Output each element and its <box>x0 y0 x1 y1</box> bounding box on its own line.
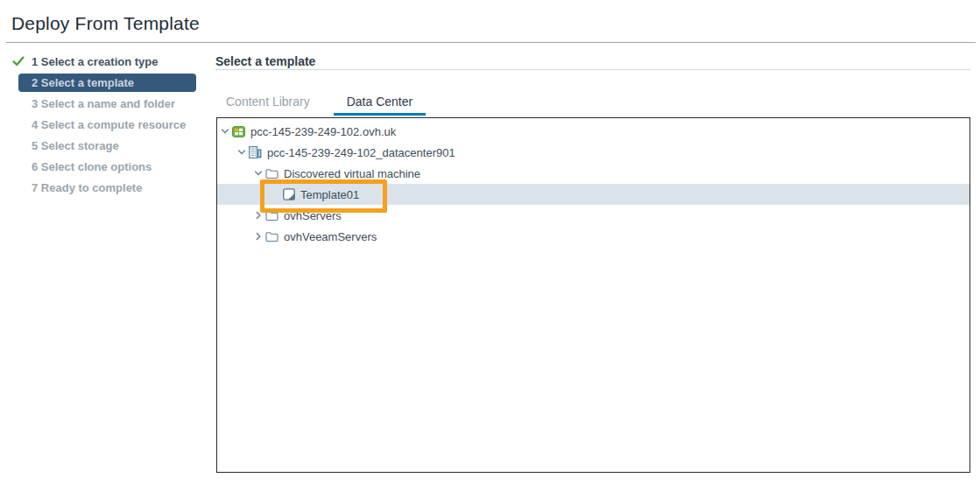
inventory-tree-panel: pcc-145-239-249-102.ovh.ukpcc-145-239-24… <box>216 117 970 473</box>
deploy-from-template-wizard: Deploy From Template 1 Select a creation… <box>0 0 980 499</box>
tree-item-label: ovhVeeamServers <box>284 230 382 243</box>
vcenter-server-icon <box>232 125 245 138</box>
tree-item-ovhservers[interactable]: ovhServers <box>217 205 969 226</box>
wizard-step-label: 5 Select storage <box>32 139 119 152</box>
wizard-step-label: 1 Select a creation type <box>32 55 159 68</box>
tree-item-label: Discovered virtual machine <box>284 167 426 180</box>
wizard-step-1-select-a-creation-type[interactable]: 1 Select a creation type <box>0 51 212 72</box>
tree-item-template01[interactable]: Template01 <box>217 184 969 205</box>
chevron-down-icon[interactable] <box>236 148 247 157</box>
folder-icon <box>265 209 278 222</box>
wizard-steps: 1 Select a creation type2 Select a templ… <box>0 51 212 198</box>
chevron-right-icon[interactable] <box>252 232 264 241</box>
vm-template-icon <box>282 188 295 201</box>
wizard-step-label: 7 Ready to complete <box>32 181 142 194</box>
section-title: Select a template <box>215 54 315 68</box>
wizard-step-6-select-clone-options: 6 Select clone options <box>0 156 212 177</box>
inventory-tree: pcc-145-239-249-102.ovh.ukpcc-145-239-24… <box>217 121 969 247</box>
chevron-down-icon[interactable] <box>252 169 264 178</box>
wizard-step-label: 6 Select clone options <box>32 160 152 173</box>
tree-item-ovhveeamservers[interactable]: ovhVeeamServers <box>217 226 969 247</box>
tab-content-library[interactable]: Content Library <box>213 90 323 116</box>
tree-item-pcc-145-239-249-102-datacenter901[interactable]: pcc-145-239-249-102_datacenter901 <box>217 142 969 163</box>
folder-icon <box>265 167 278 180</box>
tree-item-label: pcc-145-239-249-102.ovh.uk <box>250 125 401 138</box>
tree-item-label: pcc-145-239-249-102_datacenter901 <box>267 146 461 159</box>
tree-item-discovered-virtual-machine[interactable]: Discovered virtual machine <box>217 163 969 184</box>
wizard-step-5-select-storage: 5 Select storage <box>0 135 212 156</box>
wizard-step-label: 4 Select a compute resource <box>32 118 186 131</box>
tab-data-center[interactable]: Data Center <box>334 90 426 116</box>
wizard-step-label: 3 Select a name and folder <box>32 97 175 110</box>
tab-label: Content Library <box>226 95 310 109</box>
tree-item-pcc-145-239-249-102-ovh-uk[interactable]: pcc-145-239-249-102.ovh.uk <box>217 121 969 142</box>
chevron-down-icon[interactable] <box>219 127 230 136</box>
page-title: Deploy From Template <box>11 13 200 34</box>
wizard-step-label: 2 Select a template <box>32 76 134 89</box>
folder-icon <box>265 230 278 243</box>
chevron-right-icon[interactable] <box>252 211 264 220</box>
section-divider <box>215 69 970 70</box>
tree-item-label: ovhServers <box>284 209 347 222</box>
wizard-step-3-select-a-name-and-folder: 3 Select a name and folder <box>0 93 212 114</box>
wizard-step-4-select-a-compute-resource: 4 Select a compute resource <box>0 114 212 135</box>
datacenter-icon <box>249 146 262 159</box>
template-source-tabs: Content LibraryData Center <box>213 90 426 116</box>
wizard-step-2-select-a-template[interactable]: 2 Select a template <box>18 74 196 92</box>
tab-label: Data Center <box>347 95 412 109</box>
tree-item-label: Template01 <box>300 188 364 201</box>
wizard-step-7-ready-to-complete: 7 Ready to complete <box>0 177 212 198</box>
check-icon <box>12 56 25 67</box>
title-divider <box>6 42 976 43</box>
